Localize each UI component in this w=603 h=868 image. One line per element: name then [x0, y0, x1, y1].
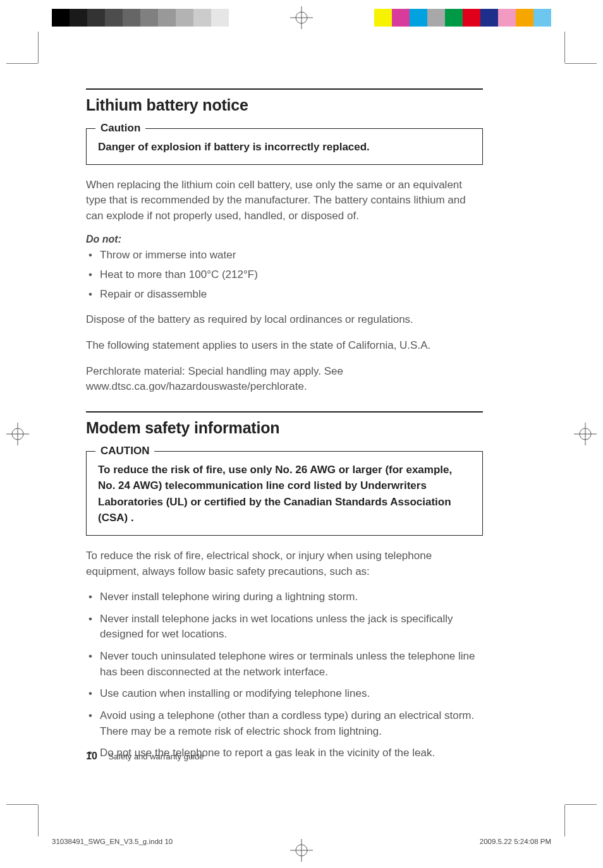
safety-list: Never install telephone wiring during a … [86, 589, 483, 761]
caution-text: To reduce the risk of fire, use only No.… [98, 462, 471, 526]
list-item: Use caution when installing or modifying… [86, 686, 483, 702]
color-swatch [463, 9, 480, 27]
color-swatch [427, 9, 445, 27]
color-swatch [410, 9, 427, 27]
list-item: Never touch uninsulated telephone wires … [86, 649, 483, 680]
list-item: Repair or disassemble [86, 287, 483, 303]
list-item: Heat to more than 100°C (212°F) [86, 267, 483, 283]
body-paragraph: Dispose of the battery as required by lo… [86, 312, 483, 328]
color-swatch [158, 9, 176, 27]
color-swatch [70, 9, 87, 27]
color-swatch [374, 9, 392, 27]
color-swatch [445, 9, 463, 27]
section-rule [86, 88, 483, 90]
section-heading: Modem safety information [86, 419, 483, 437]
color-swatch [211, 9, 229, 27]
color-swatch [140, 9, 158, 27]
grayscale-colorbar [52, 9, 247, 27]
imposition-slug-date: 2009.5.22 5:24:08 PM [480, 838, 551, 845]
body-paragraph: Perchlorate material: Special handling m… [86, 364, 483, 395]
process-colorbar [374, 9, 551, 27]
color-swatch [480, 9, 498, 27]
caution-label: Caution [95, 122, 145, 135]
crop-mark-icon [551, 32, 597, 77]
caution-box: CAUTION To reduce the risk of fire, use … [86, 451, 483, 536]
page-footer: 10 Safety and warranty guide [86, 750, 204, 762]
list-item: Never install telephone wiring during a … [86, 589, 483, 605]
do-not-label: Do not: [86, 234, 483, 245]
color-swatch [193, 9, 211, 27]
page-content: Lithium battery notice Caution Danger of… [86, 88, 483, 771]
list-item: Throw or immerse into water [86, 248, 483, 263]
list-item: Avoid using a telephone (other than a co… [86, 708, 483, 739]
imposition-slug-file: 31038491_SWG_EN_V3.5_g.indd 10 [52, 838, 173, 845]
color-swatch [87, 9, 105, 27]
color-swatch [123, 9, 140, 27]
book-title: Safety and warranty guide [108, 752, 204, 761]
body-paragraph: To reduce the risk of fire, electrical s… [86, 548, 483, 579]
list-item: Never install telephone jacks in wet loc… [86, 612, 483, 642]
crop-mark-icon [6, 791, 52, 836]
caution-text: Danger of explosion if battery is incorr… [98, 139, 471, 155]
section-heading: Lithium battery notice [86, 96, 483, 114]
color-swatch [176, 9, 193, 27]
do-not-list: Throw or immerse into waterHeat to more … [86, 248, 483, 302]
caution-label: CAUTION [95, 445, 154, 457]
color-swatch [229, 9, 247, 27]
registration-mark-icon [290, 6, 313, 29]
color-swatch [392, 9, 410, 27]
registration-mark-icon [290, 839, 313, 862]
color-swatch [52, 9, 70, 27]
color-swatch [533, 9, 551, 27]
section-rule [86, 411, 483, 413]
crop-mark-icon [551, 791, 597, 836]
color-swatch [498, 9, 516, 27]
caution-box: Caution Danger of explosion if battery i… [86, 128, 483, 165]
body-paragraph: When replacing the lithium coin cell bat… [86, 178, 483, 224]
registration-mark-icon [574, 423, 597, 445]
color-swatch [105, 9, 123, 27]
registration-mark-icon [6, 423, 29, 445]
crop-mark-icon [6, 32, 52, 77]
body-paragraph: The following statement applies to users… [86, 338, 483, 354]
color-swatch [516, 9, 533, 27]
page-number: 10 [86, 750, 97, 761]
